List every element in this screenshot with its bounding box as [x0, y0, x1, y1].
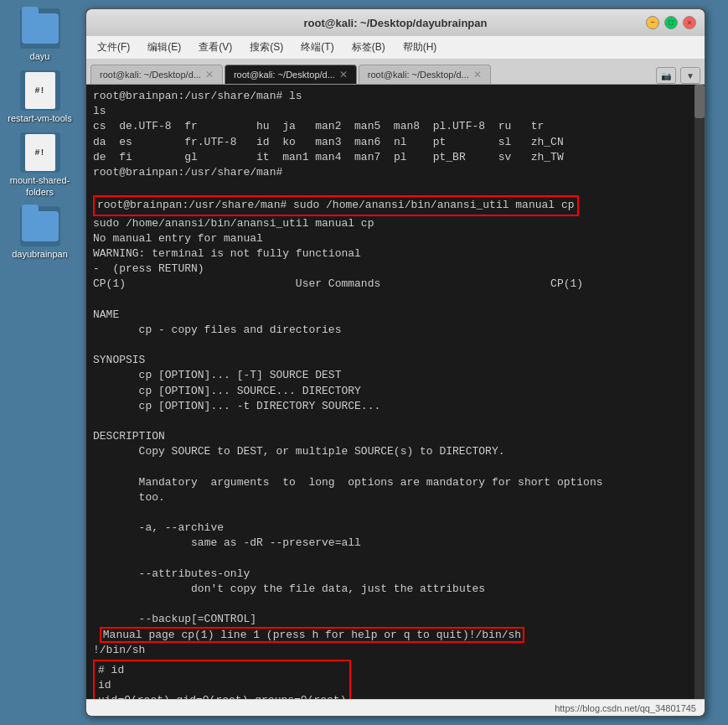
line-cp-desc: cp - copy files and directories	[93, 324, 341, 336]
menu-edit[interactable]: 编辑(E)	[141, 38, 188, 57]
desktop-icon-restart-vm-label: restart-vm-tools	[8, 113, 71, 124]
tab-1[interactable]: root@kali: ~/Desktop/d... ✕	[90, 65, 223, 84]
line-synopsis: SYNOPSIS	[93, 354, 145, 366]
sudo-command-line: root@brainpan:/usr/share/man# sudo /home…	[93, 199, 579, 211]
line-attributes-desc: don't copy the file data, just the attri…	[93, 583, 485, 595]
tab-menu-button[interactable]: ▼	[680, 67, 700, 84]
line-description: DESCRIPTION	[93, 430, 165, 443]
scrollbar-thumb[interactable]	[694, 85, 705, 118]
file-icon-restart-vm	[20, 70, 60, 111]
line-syn3: cp [OPTION]... -t DIRECTORY SOURCE...	[93, 400, 380, 412]
tab-screenshot-button[interactable]: 📷	[656, 67, 676, 84]
terminal-text: root@brainpan:/usr/share/man# ls ls cs d…	[93, 89, 698, 658]
terminal-content[interactable]: root@brainpan:/usr/share/man# ls ls cs d…	[86, 85, 705, 699]
menu-bar: 文件(F) 编辑(E) 查看(V) 搜索(S) 终端(T) 标签(B) 帮助(H…	[86, 36, 705, 60]
menu-file[interactable]: 文件(F)	[90, 38, 137, 57]
line-syn1: cp [OPTION]... [-T] SOURCE DEST	[93, 369, 341, 381]
line-de: de fi gl it man1 man4 man7 pl pt_BR sv z…	[93, 151, 564, 163]
menu-tab[interactable]: 标签(B)	[345, 38, 392, 57]
tab-1-label: root@kali: ~/Desktop/d...	[100, 70, 201, 80]
line-mandatory: Mandatory arguments to long options are …	[93, 476, 603, 489]
tab-bar: root@kali: ~/Desktop/d... ✕ root@kali: ~…	[86, 60, 705, 85]
line-da: da es fr.UTF-8 id ko man3 man6 nl pt sl …	[93, 136, 564, 148]
id-command-box: # id id uid=0(root) gid=0(root) groups=0…	[93, 660, 351, 699]
id-output: # id id uid=0(root) gid=0(root) groups=0…	[98, 663, 346, 699]
menu-help[interactable]: 帮助(H)	[396, 38, 444, 57]
line-cp1: CP(1) User Commands CP(1)	[93, 277, 583, 290]
desktop-icon-dayubrainpan-label: dayubrainpan	[12, 249, 68, 260]
tab-3-label: root@kali: ~/Desktop/d...	[368, 70, 469, 80]
line-name: NAME	[93, 308, 119, 321]
tab-actions: 📷 ▼	[656, 67, 700, 84]
close-button[interactable]: ✕	[683, 16, 696, 29]
menu-terminal[interactable]: 终端(T)	[294, 38, 340, 57]
maximize-button[interactable]: □	[664, 16, 678, 29]
line-backup: --backup[=CONTROL]	[93, 613, 256, 625]
desktop-icon-dayu[interactable]: dayu	[7, 8, 74, 62]
line-press-return: - (press RETURN)	[93, 262, 204, 275]
line-no-manual: No manual entry for manual	[93, 232, 263, 245]
menu-search[interactable]: 搜索(S)	[243, 38, 290, 57]
line-cs: cs de.UTF-8 fr hu ja man2 man5 man8 pl.U…	[93, 120, 544, 132]
line-syn2: cp [OPTION]... SOURCE... DIRECTORY	[93, 385, 361, 397]
line-binsh: !/bin/sh	[93, 644, 145, 656]
file-icon-mount-shared	[20, 132, 60, 173]
line-status: Manual page cp(1) line 1 (press h for he…	[93, 627, 524, 643]
tab-2-label: root@kali: ~/Desktop/d...	[234, 70, 335, 80]
desktop-icons: dayu restart-vm-tools mount-shared-folde…	[0, 0, 80, 725]
line-prompt1: root@brainpan:/usr/share/man# ls	[93, 90, 302, 102]
window-title: root@kali: ~/Desktop/dayubrainpan	[95, 17, 696, 29]
tab-2-close[interactable]: ✕	[339, 69, 348, 80]
desktop-icon-mount-shared[interactable]: mount-shared-folders	[7, 132, 74, 197]
terminal-window: root@kali: ~/Desktop/dayubrainpan − □ ✕ …	[85, 8, 705, 717]
minimize-button[interactable]: −	[646, 16, 659, 29]
tab-3[interactable]: root@kali: ~/Desktop/d... ✕	[359, 65, 491, 84]
tab-2[interactable]: root@kali: ~/Desktop/d... ✕	[225, 65, 357, 84]
line-attributes: --attributes-only	[93, 567, 250, 580]
window-controls: − □ ✕	[646, 16, 696, 29]
tab-3-close[interactable]: ✕	[473, 69, 482, 80]
menu-view[interactable]: 查看(V)	[192, 38, 239, 57]
folder-icon-dayu	[20, 8, 60, 49]
line-ls: ls	[93, 105, 106, 117]
desktop-icon-restart-vm[interactable]: restart-vm-tools	[7, 70, 74, 124]
status-url: https://blog.csdn.net/qq_34801745	[555, 703, 696, 713]
line-sudo-echo: sudo /home/anansi/bin/anansi_util manual…	[93, 217, 374, 230]
title-bar: root@kali: ~/Desktop/dayubrainpan − □ ✕	[86, 9, 705, 36]
line-too: too.	[93, 491, 165, 504]
desktop-icon-mount-shared-label: mount-shared-folders	[7, 175, 74, 197]
folder-icon-dayubrainpan	[20, 206, 60, 246]
line-archive: -a, --archive	[93, 521, 224, 534]
line-warning: WARNING: terminal is not fully functiona…	[93, 247, 361, 260]
line-prompt2: root@brainpan:/usr/share/man#	[93, 166, 282, 179]
desktop-icon-dayu-label: dayu	[30, 51, 50, 62]
status-bar: https://blog.csdn.net/qq_34801745	[86, 699, 705, 716]
line-archive-desc: same as -dR --preserve=all	[93, 536, 361, 549]
line-desc1: Copy SOURCE to DEST, or multiple SOURCE(…	[93, 445, 504, 458]
tab-1-close[interactable]: ✕	[205, 69, 214, 80]
scrollbar-track[interactable]	[694, 85, 705, 699]
desktop-icon-dayubrainpan[interactable]: dayubrainpan	[7, 206, 74, 260]
